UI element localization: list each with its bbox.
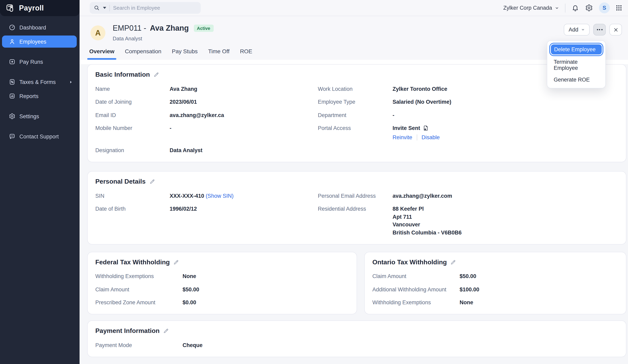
app-window: Payroll Dashboard Employees xyxy=(0,0,628,364)
reports-icon xyxy=(9,93,15,99)
org-name: Zylker Corp Canada xyxy=(503,5,552,11)
edit-payment-information-icon[interactable] xyxy=(163,328,169,334)
sidebar-item-employees[interactable]: Employees xyxy=(2,36,77,48)
menu-item-delete-employee[interactable]: Delete Employee xyxy=(550,44,603,55)
sin-label: SIN xyxy=(95,189,170,202)
tab-time-off[interactable]: Time Off xyxy=(208,48,230,60)
sidebar-item-taxes-forms[interactable]: Taxes & Forms xyxy=(2,76,77,88)
date-of-joining-label: Date of Joining xyxy=(95,95,170,109)
dashboard-icon xyxy=(9,24,15,31)
notification-bell-icon[interactable] xyxy=(571,4,579,12)
sidebar-item-reports[interactable]: Reports xyxy=(2,90,77,102)
sidebar-item-label: Pay Runs xyxy=(19,59,43,65)
tab-bar: Overview Compensation Pay Stubs Time Off… xyxy=(79,42,628,60)
search-input[interactable] xyxy=(113,5,197,11)
withholding-exemptions-value: None xyxy=(183,270,349,283)
chat-bubble-icon xyxy=(9,133,15,140)
claim-amount-label: Claim Amount xyxy=(95,283,183,296)
header-actions: Add Delete Employee Terminate Emplo xyxy=(564,24,622,36)
mobile-number-label: Mobile Number xyxy=(95,122,170,144)
sidebar-item-label: Dashboard xyxy=(19,24,46,30)
sidebar-item-dashboard[interactable]: Dashboard xyxy=(2,21,77,34)
tab-roe[interactable]: ROE xyxy=(240,48,252,60)
employees-icon xyxy=(9,38,15,45)
payment-mode-value: Cheque xyxy=(183,339,618,352)
more-actions-button[interactable] xyxy=(593,24,606,36)
edit-basic-information-icon[interactable] xyxy=(154,72,159,77)
portal-access-value: Invite Sent Reinvite xyxy=(392,122,618,144)
sidebar-nav: Dashboard Employees Pay Runs xyxy=(0,16,79,144)
additional-withholding-amount-value: $100.00 xyxy=(460,283,618,296)
sidebar-item-pay-runs[interactable]: Pay Runs xyxy=(2,56,77,68)
menu-item-terminate-employee[interactable]: Terminate Employee xyxy=(550,56,603,74)
add-button-label: Add xyxy=(569,27,578,33)
name-value: Ava Zhang xyxy=(170,82,318,95)
reinvite-link[interactable]: Reinvite xyxy=(392,133,412,141)
ontario-tax-card: Ontario Tax Withholding Claim Amount $50… xyxy=(364,252,627,314)
department-label: Department xyxy=(318,109,392,122)
sidebar-item-settings[interactable]: Settings xyxy=(2,110,77,122)
tab-bar-bottom-strip xyxy=(79,60,628,64)
search-icon xyxy=(94,5,100,11)
payment-information-title: Payment Information xyxy=(95,327,159,335)
edit-ontario-tax-icon[interactable] xyxy=(451,259,456,265)
tab-overview[interactable]: Overview xyxy=(89,48,114,60)
personal-email-value: ava.zhang@zylker.com xyxy=(392,189,618,202)
employee-title-block: EMP011 - Ava Zhang Active Data Analyst xyxy=(113,24,213,42)
chevron-down-icon xyxy=(581,28,585,31)
personal-details-title: Personal Details xyxy=(95,178,146,185)
email-id-value: ava.zhang@zylker.ca xyxy=(170,109,318,122)
user-avatar[interactable]: S xyxy=(599,2,610,13)
close-icon xyxy=(613,27,618,32)
residential-address-value: 88 Keefer Pl Apt 711 Vancouver British C… xyxy=(392,202,618,239)
edit-federal-tax-icon[interactable] xyxy=(173,259,179,265)
federal-tax-card: Federal Tax Withholding Withholding Exem… xyxy=(87,252,357,314)
employee-type-label: Employee Type xyxy=(318,95,392,109)
tab-compensation[interactable]: Compensation xyxy=(125,48,161,60)
address-line: Vancouver xyxy=(392,221,618,229)
menu-item-generate-roe[interactable]: Generate ROE xyxy=(550,74,603,86)
taxes-forms-icon xyxy=(9,79,15,85)
link-divider xyxy=(417,134,417,140)
additional-withholding-amount-label: Additional Withholding Amount xyxy=(372,283,460,296)
ontario-withholding-exemptions-value: None xyxy=(460,296,618,309)
sidebar-item-label: Settings xyxy=(19,113,39,119)
employee-header: A EMP011 - Ava Zhang Active Data Analyst… xyxy=(79,16,628,42)
add-button[interactable]: Add xyxy=(564,24,590,36)
ontario-withholding-exemptions-label: Withholding Exemptions xyxy=(372,296,460,309)
org-switcher[interactable]: Zylker Corp Canada xyxy=(503,5,559,11)
topbar-right: Zylker Corp Canada xyxy=(503,2,622,13)
disable-link[interactable]: Disable xyxy=(422,133,440,141)
search-box[interactable] xyxy=(90,2,201,14)
show-sin-link[interactable]: (Show SIN) xyxy=(206,193,234,199)
designation-value: Data Analyst xyxy=(170,144,318,157)
personal-details-card: Personal Details SIN XXX-XXX-410 (Show S… xyxy=(87,171,627,244)
ontario-claim-amount-label: Claim Amount xyxy=(372,270,460,283)
main-area: Zylker Corp Canada xyxy=(79,0,628,364)
apps-grid-icon[interactable] xyxy=(616,5,622,11)
app-name: Payroll xyxy=(19,4,44,12)
invite-document-icon[interactable] xyxy=(423,125,429,131)
portal-access-status: Invite Sent xyxy=(392,124,420,132)
ontario-tax-title: Ontario Tax Withholding xyxy=(372,258,447,266)
address-line: 88 Keefer Pl xyxy=(392,205,618,213)
employee-code: EMP011 - xyxy=(113,24,146,33)
topbar: Zylker Corp Canada xyxy=(79,0,628,16)
search-divider xyxy=(109,5,110,11)
sidebar-item-contact-support[interactable]: Contact Support xyxy=(2,130,77,142)
tab-pay-stubs[interactable]: Pay Stubs xyxy=(172,48,198,60)
close-button[interactable] xyxy=(609,24,622,36)
name-label: Name xyxy=(95,82,170,95)
employee-type-value: Salaried (No Overtime) xyxy=(392,95,618,109)
settings-gear-icon[interactable] xyxy=(585,4,593,12)
employee-actions-menu: Delete Employee Terminate Employee Gener… xyxy=(547,40,606,88)
email-id-label: Email ID xyxy=(95,109,170,122)
edit-personal-details-icon[interactable] xyxy=(149,179,155,184)
sidebar-item-label: Contact Support xyxy=(19,133,59,139)
pay-runs-icon xyxy=(9,59,15,65)
ontario-claim-amount-value: $50.00 xyxy=(460,270,618,283)
basic-information-card: Basic Information Name Ava Zhang Work Lo… xyxy=(87,64,627,162)
basic-information-title: Basic Information xyxy=(95,71,150,78)
residential-address-label: Residential Address xyxy=(318,202,392,239)
personal-email-label: Personal Email Address xyxy=(318,189,392,202)
